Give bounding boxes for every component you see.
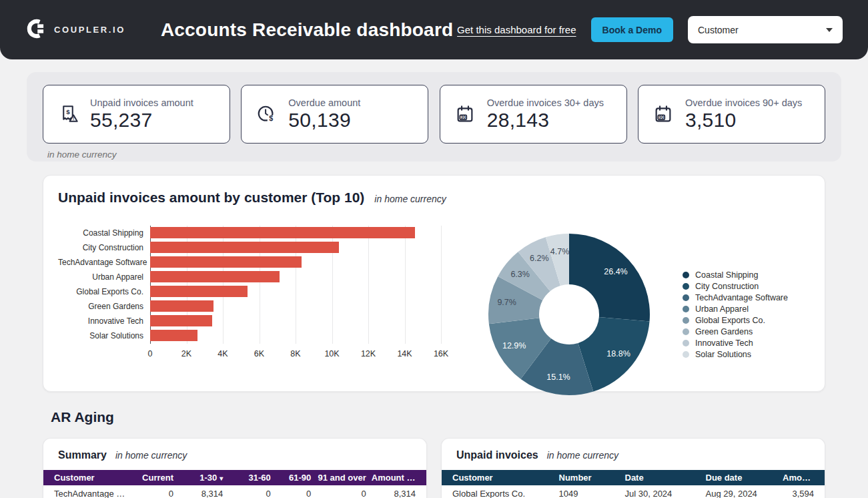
ar-aging-heading: AR Aging [51,409,868,425]
table-cell: 0 [314,489,369,498]
summary-table-card: Summary in home currency CustomerCurrent… [43,438,427,498]
table-cell: Global Exports Co. [450,489,556,498]
table-header-cell[interactable]: 1-30▾ [176,473,226,483]
donut-chart: 26.4%18.8%15.1%12.9%9.7%6.3%6.2%4.7% [486,232,652,400]
kpi-label: Overdue invoices 30+ days [487,97,604,108]
unpaid-table-title: Unpaid invoices [456,449,538,461]
table-header-row: CustomerCurrent1-30▾31-6061-9091 and ove… [43,470,426,485]
svg-text:$: $ [270,114,274,122]
bar-category-label: TechAdvantage Software [58,255,150,270]
summary-table: CustomerCurrent1-30▾31-6061-9091 and ove… [43,470,426,498]
legend-item: Global Exports Co. [683,314,788,326]
legend-label: Coastal Shipping [695,270,759,280]
bar [150,330,197,341]
kpi-card: $Overdue amount50,139 [241,85,428,144]
chart-subtitle: in home currency [374,194,446,204]
customer-filter-value: Customer [698,25,739,35]
x-tick-label: 8K [290,349,300,358]
table-header-cell: 31-60 [226,473,274,483]
kpi-card: 90Overdue invoices 90+ days3,510 [638,85,825,144]
donut-slice-label: 6.2% [530,254,549,263]
get-dashboard-link[interactable]: Get this dashboard for free [457,24,576,35]
legend-label: Global Exports Co. [695,316,765,325]
legend-item: Coastal Shipping [683,269,788,280]
legend-dot [683,306,689,312]
svg-text:!: ! [73,115,74,121]
unpaid-by-customer-card: Unpaid invoices amount by customer (Top … [43,175,825,392]
unpaid-invoices-table-card: Unpaid invoices in home currency Custome… [441,438,825,498]
legend-item: City Construction [683,280,788,292]
x-tick-label: 2K [181,349,191,358]
donut-slice-label: 15.1% [546,372,570,382]
calendar-30-icon: 30 [453,102,477,126]
donut-slice-label: 4.7% [550,247,570,256]
book-demo-button[interactable]: Book a Demo [591,17,673,42]
table-row: TechAdvantage …08,3140008,314 [43,485,426,498]
kpi-text: Overdue invoices 30+ days28,143 [487,97,604,132]
table-cell: 0 [274,489,314,498]
legend-item: Solar Solutions [683,348,788,360]
legend-dot [683,351,689,358]
bar [150,300,213,312]
legend-label: Green Gardens [695,327,753,336]
kpi-label: Overdue amount [288,97,360,108]
table-row: Global Exports Co.1049Jul 30, 2024Aug 29… [442,485,825,498]
table-cell: 8,314 [369,489,418,498]
legend-item: TechAdvantage Software [683,292,788,303]
x-tick-label: 12K [361,349,376,358]
coupler-logo-text: COUPLER.IO [54,25,125,35]
bar-category-label: Solar Solutions [58,328,150,343]
donut-slice [569,234,650,321]
legend-item: Urban Apparel [683,303,788,314]
bar [150,227,415,238]
table-cell: Aug 29, 2024 [703,489,781,498]
kpi-text: Overdue invoices 90+ days3,510 [685,97,802,132]
table-cell: Jul 30, 2024 [622,489,703,498]
kpi-footnote: in home currency [47,150,825,160]
legend-label: TechAdvantage Software [695,293,788,302]
table-cell: TechAdvantage … [51,489,129,498]
table-cell: 0 [129,489,177,498]
table-header-cell: Amount due [369,473,418,483]
bar [150,315,212,326]
bar [150,256,302,268]
table-header-cell: 61-90 [274,473,314,483]
legend-dot [683,272,689,278]
summary-table-subtitle: in home currency [115,450,187,461]
chevron-down-icon [826,28,833,32]
customer-filter-dropdown[interactable]: Customer [688,16,843,43]
table-cell: 8,314 [176,489,226,498]
legend-item: Innovative Tech [683,337,788,348]
donut-slice-label: 18.8% [606,349,630,358]
x-tick-label: 16K [434,349,448,358]
kpi-card: $!Unpaid invoices amount55,237 [43,85,230,144]
legend-dot [683,328,689,335]
bar-category-label: Urban Apparel [58,270,150,284]
bar [150,242,339,253]
bar-category-label: Innovative Tech [58,314,150,328]
table-header-cell: Amount due [780,473,817,483]
x-tick-label: 6K [254,349,264,358]
kpi-label: Unpaid invoices amount [90,97,193,108]
unpaid-invoices-table: CustomerNumberDateDue dateAmount dueGlob… [442,470,825,498]
table-header-cell: Due date [703,473,781,483]
coupler-logo-icon [25,18,47,42]
svg-text:$: $ [66,108,70,115]
svg-text:30: 30 [460,115,466,119]
kpi-section: $!Unpaid invoices amount55,237$Overdue a… [27,72,841,162]
bar-row [150,255,441,270]
table-header-cell: Date [622,473,703,483]
kpi-card: 30Overdue invoices 30+ days28,143 [440,85,627,144]
legend-label: Urban Apparel [695,304,749,314]
bar-row [150,299,441,314]
sort-caret-icon: ▾ [220,475,223,482]
calendar-90-icon: 90 [651,102,675,126]
donut-slice-label: 6.3% [510,270,530,279]
bar-category-label: Global Exports Co. [58,284,150,299]
bar-category-label: City Construction [58,240,150,255]
legend-label: Solar Solutions [695,350,751,359]
kpi-label: Overdue invoices 90+ days [685,97,802,108]
bar-row [150,284,441,299]
bar [150,271,280,282]
table-cell: 3,594 [780,489,817,498]
